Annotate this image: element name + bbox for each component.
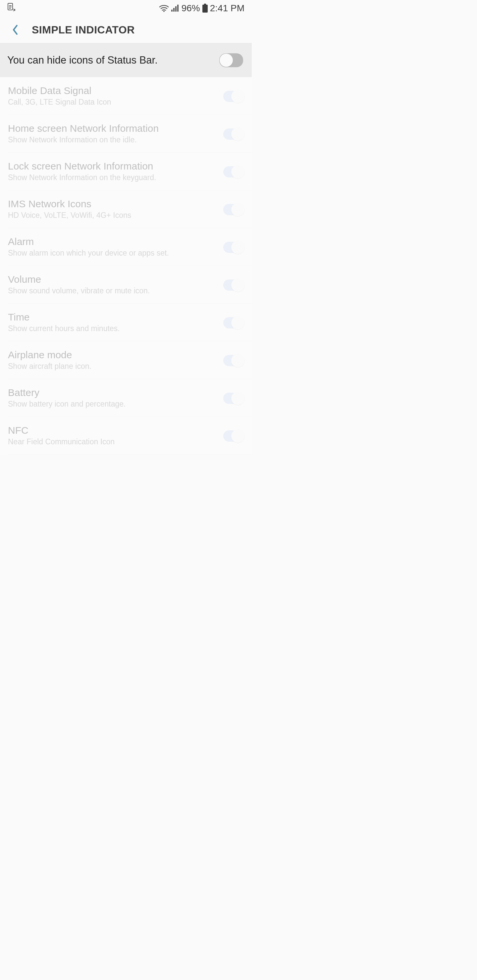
clock: 2:41 PM <box>210 3 244 14</box>
setting-toggle[interactable] <box>223 242 244 253</box>
master-toggle-switch[interactable] <box>219 53 243 67</box>
setting-toggle[interactable] <box>223 280 244 291</box>
master-toggle-row[interactable]: You can hide icons of Status Bar. <box>0 43 252 77</box>
setting-toggle[interactable] <box>223 317 244 328</box>
setting-row[interactable]: AlarmShow alarm icon which your device o… <box>8 228 252 266</box>
page-title: SIMPLE INDICATOR <box>32 24 135 36</box>
svg-rect-2 <box>171 10 172 11</box>
setting-title: Airplane mode <box>8 349 217 361</box>
svg-rect-7 <box>203 5 208 13</box>
setting-subtitle: HD Voice, VoLTE, VoWifi, 4G+ Icons <box>8 210 217 221</box>
master-toggle-label: You can hide icons of Status Bar. <box>7 54 158 66</box>
back-button[interactable] <box>5 20 25 40</box>
setting-subtitle: Show current hours and minutes. <box>8 323 217 334</box>
setting-toggle[interactable] <box>223 166 244 177</box>
setting-title: Mobile Data Signal <box>8 85 217 96</box>
setting-toggle[interactable] <box>223 91 244 102</box>
setting-title: IMS Network Icons <box>8 198 217 210</box>
setting-row[interactable]: Airplane modeShow aircraft plane icon. <box>8 341 252 379</box>
setting-subtitle: Call, 3G, LTE Signal Data Icon <box>8 97 217 107</box>
setting-title: Time <box>8 312 217 323</box>
setting-subtitle: Near Field Communication Icon <box>8 437 217 447</box>
setting-title: Volume <box>8 274 217 285</box>
setting-toggle[interactable] <box>223 355 244 366</box>
svg-rect-5 <box>177 5 179 11</box>
setting-toggle[interactable] <box>223 393 244 404</box>
settings-list: Mobile Data SignalCall, 3G, LTE Signal D… <box>0 77 252 455</box>
chevron-left-icon <box>11 24 19 35</box>
svg-point-1 <box>163 11 164 12</box>
battery-percentage: 96% <box>182 3 200 14</box>
setting-row[interactable]: VolumeShow sound volume, vibrate or mute… <box>8 266 252 304</box>
setting-subtitle: Show alarm icon which your device or app… <box>8 248 217 258</box>
setting-subtitle: Show aircraft plane icon. <box>8 361 217 371</box>
status-right: 96% 2:41 PM <box>159 3 244 14</box>
wifi-icon <box>159 4 169 12</box>
setting-row[interactable]: IMS Network IconsHD Voice, VoLTE, VoWifi… <box>8 190 252 228</box>
setting-row[interactable]: BatteryShow battery icon and percentage. <box>8 379 252 417</box>
app-bar: SIMPLE INDICATOR <box>0 17 252 43</box>
setting-toggle[interactable] <box>223 129 244 140</box>
svg-rect-4 <box>175 6 177 11</box>
setting-row[interactable]: Mobile Data SignalCall, 3G, LTE Signal D… <box>8 77 252 115</box>
sim-card-icon <box>7 3 15 14</box>
svg-rect-3 <box>173 8 175 11</box>
status-bar: 96% 2:41 PM <box>0 0 252 17</box>
setting-row[interactable]: Lock screen Network InformationShow Netw… <box>8 153 252 190</box>
setting-title: Lock screen Network Information <box>8 161 217 172</box>
setting-title: Alarm <box>8 236 217 247</box>
setting-toggle[interactable] <box>223 430 244 442</box>
svg-rect-6 <box>204 4 206 5</box>
setting-row[interactable]: NFCNear Field Communication Icon <box>8 417 252 455</box>
setting-title: Home screen Network Information <box>8 123 217 134</box>
setting-subtitle: Show Network Information on the idle. <box>8 135 217 145</box>
setting-title: NFC <box>8 425 217 436</box>
setting-subtitle: Show battery icon and percentage. <box>8 399 217 409</box>
setting-row[interactable]: TimeShow current hours and minutes. <box>8 304 252 341</box>
setting-subtitle: Show Network Information on the keyguard… <box>8 172 217 183</box>
status-left <box>7 3 15 14</box>
signal-icon <box>171 4 180 12</box>
setting-toggle[interactable] <box>223 204 244 215</box>
setting-subtitle: Show sound volume, vibrate or mute icon. <box>8 286 217 296</box>
setting-row[interactable]: Home screen Network InformationShow Netw… <box>8 115 252 153</box>
setting-title: Battery <box>8 387 217 398</box>
battery-icon <box>202 4 208 13</box>
